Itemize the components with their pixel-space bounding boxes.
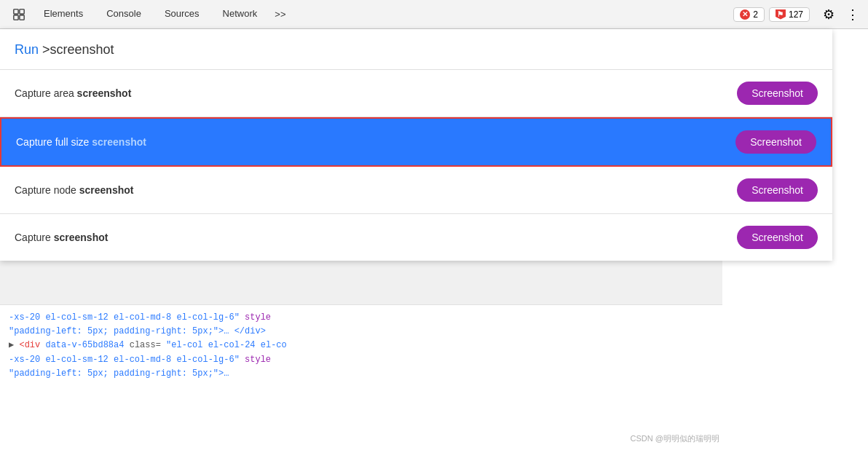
warning-badge[interactable]: ⚑ 127: [769, 7, 810, 22]
tab-network[interactable]: Network: [211, 0, 269, 29]
capture-node-prefix: Capture node: [15, 184, 79, 196]
settings-icon-btn[interactable]: ⚙: [817, 3, 840, 26]
warning-count: 127: [789, 9, 803, 20]
error-count: 2: [753, 9, 758, 20]
svg-rect-1: [20, 9, 24, 13]
dropdown-row-capture-full[interactable]: Capture full size screenshot Screenshot: [0, 117, 832, 167]
capture-bold: screenshot: [54, 232, 108, 243]
watermark: CSDN @明明似的瑞明明: [631, 433, 719, 444]
capture-screenshot-button[interactable]: Screenshot: [737, 226, 818, 249]
capture-full-bold: screenshot: [92, 136, 146, 148]
warning-icon: ⚑: [776, 9, 786, 20]
dropdown-row-capture[interactable]: Capture screenshot Screenshot: [0, 214, 832, 261]
bottom-code-panel: -xs-20 el-col-sm-12 el-col-md-8 el-col-l…: [0, 304, 722, 450]
svg-rect-3: [20, 15, 24, 19]
svg-rect-2: [14, 15, 18, 19]
capture-area-bold: screenshot: [77, 87, 132, 99]
dropdown-row-capture-node[interactable]: Capture node screenshot Screenshot: [0, 167, 832, 214]
bottom-code-line-1: -xs-20 el-col-sm-12 el-col-md-8 el-col-l…: [9, 311, 714, 325]
tab-elements[interactable]: Elements: [32, 0, 95, 29]
run-header: Run >screenshot: [0, 29, 832, 70]
capture-full-prefix: Capture full size: [16, 136, 92, 148]
capture-prefix: Capture: [15, 232, 54, 243]
capture-area-screenshot-button[interactable]: Screenshot: [737, 82, 818, 105]
screenshot-dropdown: Run >screenshot Capture area screenshot …: [0, 29, 832, 261]
svg-rect-0: [14, 9, 18, 13]
devtools-toolbar: Elements Console Sources Network >> ✕ 2 …: [0, 0, 868, 29]
tab-sources[interactable]: Sources: [153, 0, 211, 29]
run-label: Run: [15, 42, 39, 57]
tab-more[interactable]: >>: [269, 0, 291, 29]
run-command: >screenshot: [42, 42, 114, 57]
bottom-code-line-3: ▶ <div data-v-65bd88a4 class= "el-col el…: [9, 339, 714, 352]
error-badge[interactable]: ✕ 2: [733, 7, 765, 22]
dropdown-row-capture-area[interactable]: Capture area screenshot Screenshot: [0, 70, 832, 117]
inspect-icon-btn[interactable]: [6, 1, 32, 28]
capture-node-screenshot-button[interactable]: Screenshot: [737, 178, 818, 202]
more-options-icon-btn[interactable]: ⋮: [843, 4, 862, 25]
main-content: Run >screenshot Capture area screenshot …: [0, 29, 868, 450]
bottom-code-line-4: -xs-20 el-col-sm-12 el-col-md-8 el-col-l…: [9, 353, 714, 367]
capture-node-bold: screenshot: [79, 184, 134, 196]
bottom-code-line-5: "padding-left: 5px; padding-right: 5px;"…: [9, 367, 714, 381]
error-icon: ✕: [740, 9, 750, 20]
bottom-code-line-2: "padding-left: 5px; padding-right: 5px;"…: [9, 325, 714, 339]
capture-full-screenshot-button[interactable]: Screenshot: [735, 130, 816, 154]
capture-area-prefix: Capture area: [15, 87, 77, 99]
tab-console[interactable]: Console: [95, 0, 153, 29]
